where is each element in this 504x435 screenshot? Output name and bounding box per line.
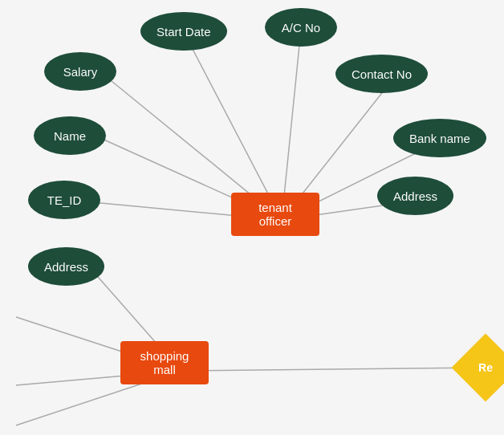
te-id-node: TE_ID	[28, 181, 100, 219]
shopping-mall-node: shopping mall	[120, 341, 209, 384]
diagram-container: Start Date A/C No Contact No Salary Bank…	[0, 0, 504, 435]
salary-node: Salary	[44, 52, 116, 91]
name-node: Name	[34, 116, 106, 155]
svg-line-1	[282, 30, 301, 220]
diamond-node: Re	[461, 344, 504, 392]
tenant-officer-node: tenant officer	[231, 193, 319, 236]
contact-no-node: Contact No	[335, 55, 428, 93]
address-right-node: Address	[377, 177, 453, 215]
start-date-node: Start Date	[140, 12, 227, 51]
bank-name-node: Bank name	[393, 119, 486, 157]
svg-line-12	[181, 368, 488, 371]
ac-no-node: A/C No	[265, 8, 337, 47]
address-left-node: Address	[28, 247, 104, 286]
